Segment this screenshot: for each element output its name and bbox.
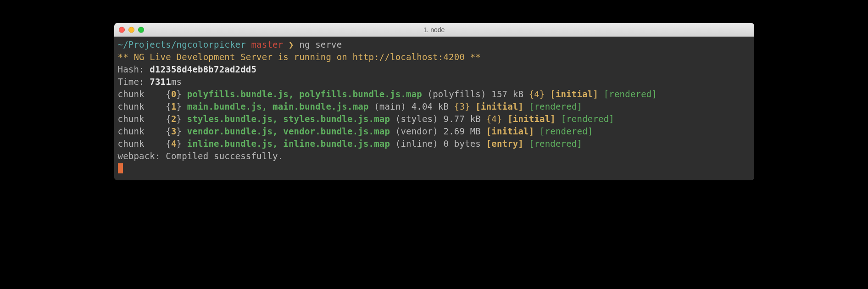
- prompt-arrow: ❯: [289, 39, 294, 50]
- window-title: 1. node: [423, 26, 445, 33]
- server-banner: ** NG Live Development Server is running…: [118, 52, 481, 62]
- window-titlebar: 1. node: [114, 23, 754, 37]
- zoom-icon[interactable]: [138, 27, 144, 33]
- chunk-line: chunk {1} main.bundle.js, main.bundle.js…: [118, 101, 583, 111]
- prompt-branch: master: [251, 39, 283, 50]
- command: ng serve: [299, 39, 342, 50]
- terminal-body[interactable]: ~/Projects/ngcolorpicker master ❯ ng ser…: [114, 37, 754, 180]
- time-unit: ms: [171, 77, 182, 87]
- chunk-line: chunk {2} styles.bundle.js, styles.bundl…: [118, 114, 614, 124]
- chunk-line: chunk {0} polyfills.bundle.js, polyfills…: [118, 89, 657, 99]
- time-value: 7311: [150, 77, 171, 87]
- prompt-path: ~/Projects/ngcolorpicker: [118, 39, 246, 50]
- terminal-window: 1. node ~/Projects/ngcolorpicker master …: [114, 23, 754, 180]
- traffic-lights: [119, 27, 144, 33]
- webpack-status: webpack: Compiled successfully.: [118, 151, 284, 161]
- time-label: Time:: [118, 77, 150, 87]
- chunk-line: chunk {4} inline.bundle.js, inline.bundl…: [118, 139, 583, 149]
- hash-value: d12358d4eb8b72ad2dd5: [150, 64, 256, 74]
- cursor-icon: [118, 163, 123, 173]
- minimize-icon[interactable]: [128, 27, 134, 33]
- close-icon[interactable]: [119, 27, 125, 33]
- chunk-line: chunk {3} vendor.bundle.js, vendor.bundl…: [118, 126, 593, 136]
- hash-label: Hash:: [118, 64, 150, 74]
